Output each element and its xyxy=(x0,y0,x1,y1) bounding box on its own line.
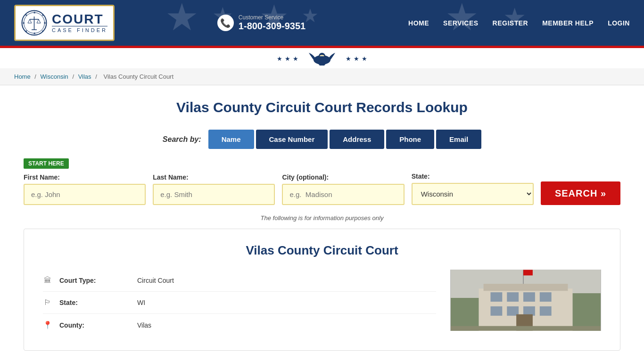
tab-name[interactable]: Name xyxy=(208,130,254,149)
svg-text:★: ★ xyxy=(25,30,27,33)
svg-rect-22 xyxy=(490,292,502,302)
first-name-label: First Name: xyxy=(24,173,146,181)
svg-text:★: ★ xyxy=(43,21,46,25)
svg-text:★: ★ xyxy=(41,14,44,16)
nav-home[interactable]: HOME xyxy=(408,19,429,27)
state-group: State: Wisconsin Alabama Alaska Arizona … xyxy=(412,173,534,205)
svg-rect-19 xyxy=(572,293,601,331)
customer-service-phone: 1-800-309-9351 xyxy=(239,21,305,32)
svg-text:★: ★ xyxy=(22,21,25,25)
logo-court-text: COURT xyxy=(52,13,104,26)
svg-text:★: ★ xyxy=(41,30,44,33)
stars-right: ★ ★ ★ xyxy=(346,55,367,62)
svg-text:★: ★ xyxy=(33,11,36,14)
customer-service: 📞 Customer Service 1-800-309-9351 xyxy=(217,14,305,32)
page-title: Vilas County Circuit Court Records Looku… xyxy=(24,99,620,115)
svg-rect-21 xyxy=(484,284,568,291)
city-input[interactable] xyxy=(282,184,404,205)
court-info-box: Vilas County Circuit Court 🏛 Court Type:… xyxy=(24,229,620,351)
svg-rect-33 xyxy=(451,326,601,331)
search-form: START HERE First Name: Last Name: City (… xyxy=(24,158,620,205)
eagle-banner: ★ ★ ★ ★ ★ ★ xyxy=(0,46,644,68)
stars-left: ★ ★ ★ xyxy=(277,55,298,62)
logo-emblem-icon: ★ ★ ★ ★ ★ ★ ★ ★ xyxy=(21,10,47,36)
search-by-row: Search by: Name Case Number Address Phon… xyxy=(24,130,620,149)
court-info-table: 🏛 Court Type: Circuit Court 🏳 State: WI … xyxy=(43,270,436,336)
tab-email[interactable]: Email xyxy=(436,130,481,149)
city-group: City (optional): xyxy=(282,173,404,205)
breadcrumb-state[interactable]: Wisconsin xyxy=(41,73,68,80)
svg-rect-29 xyxy=(540,306,552,316)
tab-case-number[interactable]: Case Number xyxy=(256,130,328,149)
last-name-input[interactable] xyxy=(153,184,275,205)
svg-rect-23 xyxy=(507,292,519,302)
svg-rect-18 xyxy=(451,298,479,331)
state-row: 🏳 State: WI xyxy=(43,292,436,314)
breadcrumb-county[interactable]: Vilas xyxy=(78,73,91,80)
nav-member-help[interactable]: MEMBER HELP xyxy=(542,19,594,27)
breadcrumb-sep2: / xyxy=(72,73,75,80)
tab-address[interactable]: Address xyxy=(330,130,384,149)
court-image xyxy=(450,270,601,331)
breadcrumb-sep1: / xyxy=(34,73,38,80)
svg-rect-26 xyxy=(490,306,502,316)
search-by-label: Search by: xyxy=(163,135,201,144)
county-row: 📍 County: Vilas xyxy=(43,314,436,336)
court-type-label: Court Type: xyxy=(59,277,130,284)
first-name-input[interactable] xyxy=(24,184,146,205)
main-nav: HOME SERVICES REGISTER MEMBER HELP LOGIN xyxy=(408,19,630,27)
svg-rect-25 xyxy=(540,292,552,302)
logo-case-finder-text: CASE FINDER xyxy=(52,26,107,33)
first-name-group: First Name: xyxy=(24,173,146,205)
location-icon: 📍 xyxy=(43,321,52,329)
state-value: WI xyxy=(137,299,145,306)
court-type-row: 🏛 Court Type: Circuit Court xyxy=(43,270,436,292)
breadcrumb: Home / Wisconsin / Vilas / Vilas County … xyxy=(0,68,644,85)
nav-register[interactable]: REGISTER xyxy=(493,19,528,27)
customer-service-label: Customer Service xyxy=(239,14,305,21)
svg-text:★: ★ xyxy=(25,14,27,16)
eagle-icon xyxy=(308,50,336,67)
court-info-title: Vilas County Circuit Court xyxy=(43,243,601,258)
breadcrumb-current: Vilas County Circuit Court xyxy=(103,73,173,80)
tab-phone[interactable]: Phone xyxy=(386,130,434,149)
svg-text:★: ★ xyxy=(33,32,36,35)
last-name-label: Last Name: xyxy=(153,173,275,181)
phone-icon: 📞 xyxy=(217,15,234,31)
nav-services[interactable]: SERVICES xyxy=(443,19,479,27)
last-name-group: Last Name: xyxy=(153,173,275,205)
state-select[interactable]: Wisconsin Alabama Alaska Arizona Califor… xyxy=(412,183,534,205)
breadcrumb-sep3: / xyxy=(95,73,99,80)
state-label-row: State: xyxy=(59,299,130,306)
court-info-content: 🏛 Court Type: Circuit Court 🏳 State: WI … xyxy=(43,270,601,336)
county-label: County: xyxy=(59,321,130,329)
svg-rect-32 xyxy=(523,270,533,275)
city-label: City (optional): xyxy=(282,173,404,181)
nav-login[interactable]: LOGIN xyxy=(608,19,630,27)
state-label: State: xyxy=(412,173,534,180)
logo: ★ ★ ★ ★ ★ ★ ★ ★ COURT CASE xyxy=(14,5,115,41)
svg-point-15 xyxy=(321,55,322,57)
flag-icon: 🏳 xyxy=(43,298,52,307)
svg-rect-24 xyxy=(523,292,535,302)
county-value: Vilas xyxy=(137,321,151,329)
breadcrumb-home[interactable]: Home xyxy=(14,73,31,80)
info-note: The following is for information purpose… xyxy=(24,214,620,222)
start-here-badge: START HERE xyxy=(24,158,69,169)
search-button[interactable]: SEARCH » xyxy=(541,181,620,205)
court-type-value: Circuit Court xyxy=(137,277,174,284)
building-icon: 🏛 xyxy=(43,276,52,285)
form-row: First Name: Last Name: City (optional): … xyxy=(24,173,620,205)
svg-point-16 xyxy=(322,55,324,57)
